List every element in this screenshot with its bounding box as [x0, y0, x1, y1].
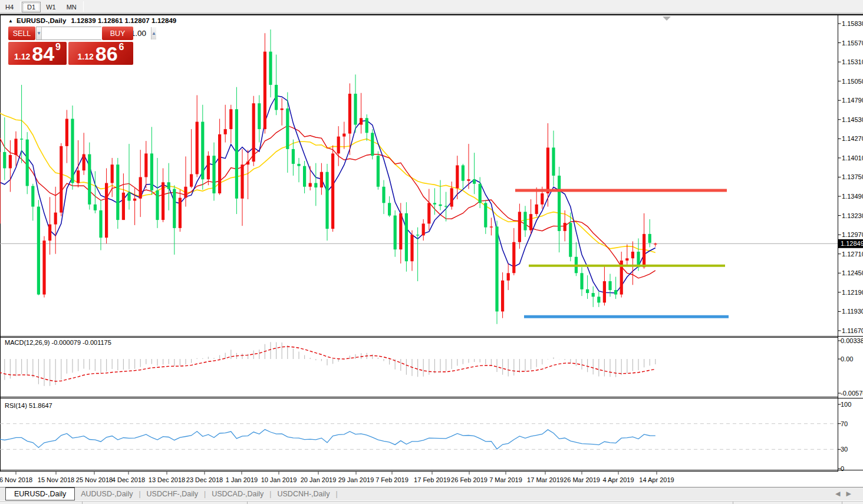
- candle-up: [654, 243, 657, 244]
- svg-text:20 Jan 2019: 20 Jan 2019: [301, 476, 337, 483]
- svg-text:1.15050: 1.15050: [842, 78, 863, 85]
- candle-down: [99, 210, 102, 238]
- candle-down: [523, 212, 526, 230]
- chart-title: ▲EURUSD-,Daily1.12839 1.12861 1.12807 1.…: [8, 17, 176, 24]
- candle-up: [546, 147, 549, 193]
- candle-down: [416, 235, 419, 235]
- candle-up: [456, 165, 459, 188]
- tab-divider: |: [335, 490, 337, 498]
- buy-price-button[interactable]: 1.12 86 6: [68, 42, 133, 65]
- tab-symbol-audusd[interactable]: AUDUSD-,Daily: [75, 489, 139, 499]
- sell-price-prefix: 1.12: [14, 52, 30, 61]
- candle-up: [246, 162, 249, 164]
- price-pane: [0, 29, 838, 324]
- tab-symbol-usdchf[interactable]: USDCHF-,Daily: [141, 489, 205, 499]
- tab-symbol-usdcad[interactable]: USDCAD-,Daily: [206, 489, 269, 499]
- symbol-tab-bar: EURUSD-,Daily AUDUSD-,Daily | USDCHF-,Da…: [0, 487, 863, 500]
- svg-text:0.003387: 0.003387: [841, 337, 863, 344]
- svg-text:-0.00576: -0.00576: [841, 390, 863, 397]
- buy-button[interactable]: BUY: [102, 27, 133, 40]
- status-bar: [0, 501, 863, 504]
- chart-symbol-label: EURUSD-,Daily: [17, 17, 66, 24]
- candle-up: [501, 281, 504, 312]
- candle-down: [354, 94, 357, 125]
- candle-down: [116, 164, 119, 220]
- candle-up: [529, 214, 532, 230]
- candle-down: [286, 108, 289, 149]
- candlestick-series: [0, 29, 657, 324]
- candle-down: [150, 153, 153, 190]
- svg-text:17 Mar 2019: 17 Mar 2019: [527, 476, 564, 483]
- svg-text:1.15310: 1.15310: [842, 58, 863, 65]
- candle-up: [263, 52, 266, 129]
- candle-down: [648, 234, 651, 243]
- candle-down: [597, 297, 600, 302]
- sell-price-button[interactable]: 1.12 84 9: [8, 42, 67, 65]
- svg-text:1.15570: 1.15570: [842, 39, 863, 47]
- svg-text:6 Nov 2018: 6 Nov 2018: [0, 476, 32, 483]
- candle-up: [631, 252, 634, 258]
- sell-button[interactable]: SELL: [8, 27, 35, 40]
- collapse-triangle-icon[interactable]: ▲: [8, 18, 13, 24]
- candle-up: [133, 199, 136, 201]
- candle-up: [541, 193, 544, 205]
- tab-scroll-right-icon[interactable]: ▶: [846, 490, 857, 497]
- volume-decrease-button[interactable]: ▼: [37, 27, 42, 39]
- candle-down: [495, 226, 498, 311]
- candle-down: [314, 183, 317, 187]
- candle-up: [179, 198, 182, 228]
- buy-price-pip: 6: [119, 42, 124, 52]
- candle-down: [377, 156, 380, 187]
- candle-up: [184, 187, 187, 198]
- svg-text:0: 0: [841, 465, 844, 472]
- candle-up: [252, 103, 255, 162]
- rsi-name: RSI(14): [5, 402, 27, 409]
- candle-up: [42, 241, 45, 294]
- svg-text:15 Nov 2018: 15 Nov 2018: [38, 476, 74, 483]
- candle-down: [592, 293, 595, 297]
- candle-down: [484, 203, 487, 227]
- status-divider: [733, 502, 733, 504]
- svg-text:100: 100: [841, 401, 851, 408]
- candle-down: [167, 182, 170, 189]
- candle-down: [580, 273, 583, 289]
- candle-up: [564, 223, 566, 231]
- tab-scroll-left-icon[interactable]: ◀: [835, 490, 846, 497]
- candle-up: [399, 213, 402, 249]
- svg-text:1.14530: 1.14530: [842, 116, 863, 123]
- candle-down: [371, 133, 374, 156]
- candle-up: [518, 212, 521, 242]
- svg-text:29 Jan 2019: 29 Jan 2019: [338, 476, 374, 483]
- tab-symbol-eurusd[interactable]: EURUSD-,Daily: [5, 487, 75, 500]
- candle-up: [190, 174, 193, 186]
- volume-input[interactable]: [42, 27, 151, 39]
- svg-text:10 Jan 2019: 10 Jan 2019: [261, 476, 297, 483]
- candle-down: [608, 281, 611, 290]
- rsi-line: [0, 430, 656, 449]
- candle-down: [3, 152, 6, 169]
- svg-text:1.11670: 1.11670: [842, 327, 863, 334]
- candle-up: [348, 94, 351, 134]
- candle-up: [320, 172, 323, 187]
- svg-text:26 Mar 2019: 26 Mar 2019: [564, 476, 600, 483]
- candle-up: [331, 153, 334, 229]
- candle-up: [77, 170, 80, 183]
- candle-down: [31, 186, 34, 207]
- volume-increase-button[interactable]: ▲: [151, 27, 156, 39]
- svg-text:1.12849: 1.12849: [841, 240, 863, 247]
- chart-canvas[interactable]: 1.158301.155701.153101.150501.147901.145…: [0, 0, 863, 504]
- candle-down: [365, 118, 368, 133]
- candle-up: [490, 226, 493, 227]
- svg-text:4 Apr 2019: 4 Apr 2019: [602, 476, 634, 483]
- candle-up: [512, 242, 515, 274]
- candle-down: [388, 203, 391, 215]
- svg-text:26 Feb 2019: 26 Feb 2019: [451, 476, 488, 483]
- time-axis: 6 Nov 201815 Nov 201825 Nov 20184 Dec 20…: [0, 471, 674, 483]
- tab-symbol-usdcnh[interactable]: USDCNH-,Daily: [271, 489, 335, 499]
- candle-down: [325, 172, 328, 229]
- sell-price-pip: 9: [55, 42, 61, 52]
- candle-up: [467, 179, 470, 181]
- candle-up: [535, 205, 538, 214]
- svg-text:1.13750: 1.13750: [842, 173, 863, 180]
- candle-up: [643, 234, 645, 267]
